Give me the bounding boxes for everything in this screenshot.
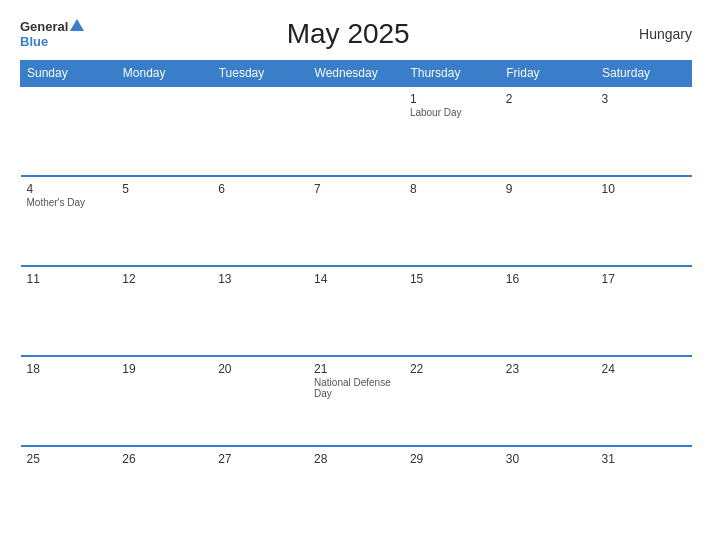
day-number: 12 — [122, 272, 206, 286]
day-number: 13 — [218, 272, 302, 286]
weekday-header-sunday: Sunday — [21, 61, 117, 87]
day-number: 5 — [122, 182, 206, 196]
day-number: 22 — [410, 362, 494, 376]
calendar-cell: 15 — [404, 266, 500, 356]
logo-triangle-icon — [70, 19, 84, 31]
calendar-cell: 23 — [500, 356, 596, 446]
calendar-week-row: 25262728293031 — [21, 446, 692, 536]
day-number: 27 — [218, 452, 302, 466]
day-number: 7 — [314, 182, 398, 196]
calendar-cell — [116, 86, 212, 176]
calendar-week-row: 4Mother's Day5678910 — [21, 176, 692, 266]
day-number: 14 — [314, 272, 398, 286]
calendar-page: General Blue May 2025 Hungary SundayMond… — [0, 0, 712, 550]
calendar-cell: 28 — [308, 446, 404, 536]
day-number: 18 — [27, 362, 111, 376]
weekday-header-row: SundayMondayTuesdayWednesdayThursdayFrid… — [21, 61, 692, 87]
day-number: 11 — [27, 272, 111, 286]
calendar-cell: 6 — [212, 176, 308, 266]
calendar-cell: 21National Defense Day — [308, 356, 404, 446]
weekday-header-friday: Friday — [500, 61, 596, 87]
day-number: 10 — [602, 182, 686, 196]
weekday-header-saturday: Saturday — [596, 61, 692, 87]
day-number: 26 — [122, 452, 206, 466]
calendar-cell: 12 — [116, 266, 212, 356]
calendar-table: SundayMondayTuesdayWednesdayThursdayFrid… — [20, 60, 692, 536]
day-number: 24 — [602, 362, 686, 376]
logo-general: General — [20, 19, 68, 34]
calendar-cell: 26 — [116, 446, 212, 536]
calendar-cell: 7 — [308, 176, 404, 266]
day-number: 30 — [506, 452, 590, 466]
day-number: 16 — [506, 272, 590, 286]
page-header: General Blue May 2025 Hungary — [20, 18, 692, 50]
day-number: 8 — [410, 182, 494, 196]
day-number: 25 — [27, 452, 111, 466]
day-event: Labour Day — [410, 107, 494, 118]
calendar-cell: 4Mother's Day — [21, 176, 117, 266]
calendar-cell: 30 — [500, 446, 596, 536]
calendar-cell: 25 — [21, 446, 117, 536]
calendar-cell: 9 — [500, 176, 596, 266]
day-number: 1 — [410, 92, 494, 106]
calendar-cell: 10 — [596, 176, 692, 266]
day-number: 29 — [410, 452, 494, 466]
day-number: 21 — [314, 362, 398, 376]
calendar-cell: 19 — [116, 356, 212, 446]
weekday-header-wednesday: Wednesday — [308, 61, 404, 87]
day-number: 28 — [314, 452, 398, 466]
calendar-week-row: 18192021National Defense Day222324 — [21, 356, 692, 446]
logo-blue: Blue — [20, 34, 68, 49]
day-number: 20 — [218, 362, 302, 376]
weekday-header-monday: Monday — [116, 61, 212, 87]
calendar-week-row: 11121314151617 — [21, 266, 692, 356]
calendar-week-row: 1Labour Day23 — [21, 86, 692, 176]
calendar-cell: 31 — [596, 446, 692, 536]
day-event: Mother's Day — [27, 197, 111, 208]
calendar-cell: 18 — [21, 356, 117, 446]
calendar-cell: 22 — [404, 356, 500, 446]
calendar-cell: 20 — [212, 356, 308, 446]
calendar-cell — [308, 86, 404, 176]
calendar-cell: 24 — [596, 356, 692, 446]
day-number: 19 — [122, 362, 206, 376]
calendar-cell: 29 — [404, 446, 500, 536]
calendar-cell — [21, 86, 117, 176]
calendar-body: 1Labour Day234Mother's Day56789101112131… — [21, 86, 692, 536]
calendar-cell: 16 — [500, 266, 596, 356]
country-label: Hungary — [612, 26, 692, 42]
day-number: 15 — [410, 272, 494, 286]
calendar-cell: 17 — [596, 266, 692, 356]
calendar-cell: 3 — [596, 86, 692, 176]
day-number: 3 — [602, 92, 686, 106]
calendar-cell: 11 — [21, 266, 117, 356]
day-number: 23 — [506, 362, 590, 376]
logo-text: General Blue — [20, 19, 68, 49]
day-event: National Defense Day — [314, 377, 398, 399]
calendar-cell — [212, 86, 308, 176]
calendar-cell: 27 — [212, 446, 308, 536]
day-number: 2 — [506, 92, 590, 106]
weekday-header-tuesday: Tuesday — [212, 61, 308, 87]
day-number: 9 — [506, 182, 590, 196]
calendar-cell: 13 — [212, 266, 308, 356]
page-title: May 2025 — [84, 18, 612, 50]
weekday-header-thursday: Thursday — [404, 61, 500, 87]
calendar-header: SundayMondayTuesdayWednesdayThursdayFrid… — [21, 61, 692, 87]
day-number: 17 — [602, 272, 686, 286]
calendar-cell: 14 — [308, 266, 404, 356]
day-number: 31 — [602, 452, 686, 466]
logo: General Blue — [20, 19, 84, 49]
day-number: 4 — [27, 182, 111, 196]
calendar-cell: 8 — [404, 176, 500, 266]
calendar-cell: 1Labour Day — [404, 86, 500, 176]
calendar-cell: 2 — [500, 86, 596, 176]
calendar-cell: 5 — [116, 176, 212, 266]
day-number: 6 — [218, 182, 302, 196]
